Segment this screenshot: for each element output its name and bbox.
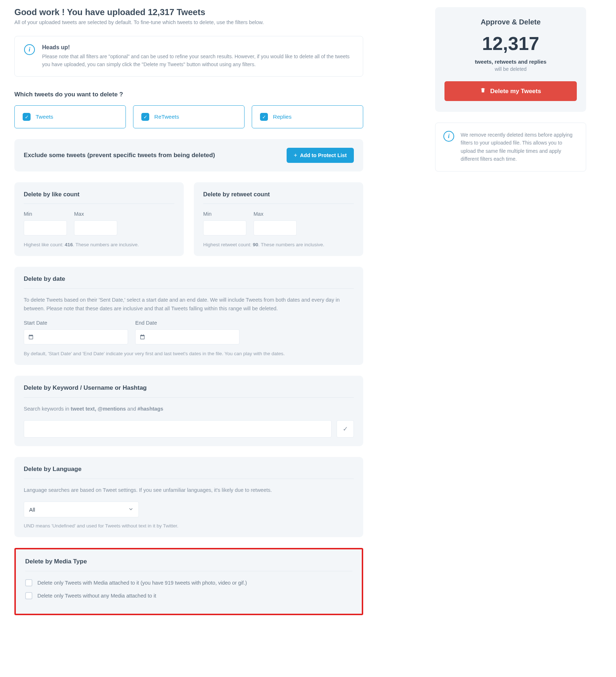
language-desc: Language searches are based on Tweet set… <box>24 486 354 494</box>
exclude-title: Exclude some tweets (prevent specific tw… <box>24 152 215 159</box>
checkbox-label: ReTweets <box>154 114 179 120</box>
language-select[interactable]: All <box>24 502 139 517</box>
like-min-input[interactable] <box>24 220 67 235</box>
trash-icon <box>480 87 486 95</box>
exclude-panel: Exclude some tweets (prevent specific tw… <box>14 139 363 171</box>
heads-up-text: Please note that all filters are "option… <box>42 53 353 68</box>
like-count-panel: Delete by like count Min Max Highest lik… <box>14 182 184 256</box>
date-hint: By default, 'Start Date' and 'End Date' … <box>24 351 354 356</box>
button-label: Delete my Tweets <box>490 88 541 95</box>
heads-up-card: i Heads up! Please note that all filters… <box>14 36 363 77</box>
media-without-checkbox[interactable]: Delete only Tweets without any Media att… <box>25 592 352 599</box>
like-max-input[interactable] <box>74 220 117 235</box>
approve-sub1: tweets, retweets and replies <box>444 59 577 65</box>
check-icon: ✓ <box>23 113 31 121</box>
keyword-desc: Search keywords in tweet text, @mentions… <box>24 405 354 413</box>
plus-icon: + <box>294 152 297 159</box>
approve-count: 12,317 <box>444 34 577 53</box>
info-icon: i <box>443 131 454 142</box>
retweet-min-input[interactable] <box>203 220 246 235</box>
date-panel: Delete by date To delete Tweets based on… <box>14 267 363 365</box>
info-icon: i <box>24 44 35 55</box>
start-date-input[interactable] <box>24 329 128 344</box>
check-icon: ✓ <box>260 113 268 121</box>
calendar-icon <box>28 334 34 340</box>
approve-heading: Approve & Delete <box>444 18 577 26</box>
panel-title: Delete by retweet count <box>203 191 354 204</box>
button-label: Add to Protect List <box>300 152 347 158</box>
option-label: Delete only Tweets without any Media att… <box>37 593 156 599</box>
side-note-card: i We remove recently deleted items befor… <box>435 123 586 171</box>
retweet-hint: Highest retweet count: 90. These numbers… <box>203 242 354 247</box>
side-note-text: We remove recently deleted items before … <box>461 131 578 163</box>
min-label: Min <box>24 211 67 217</box>
min-label: Min <box>203 211 246 217</box>
heads-up-title: Heads up! <box>42 44 353 51</box>
delete-my-tweets-button[interactable]: Delete my Tweets <box>444 81 577 101</box>
keyword-confirm-button[interactable]: ✓ <box>337 420 354 438</box>
approve-sub2: will be deleted <box>444 66 577 72</box>
page-subtitle: All of your uploaded tweets are selected… <box>14 19 363 25</box>
checkbox-icon <box>25 579 32 586</box>
checkbox-label: Tweets <box>36 114 53 120</box>
approve-card: Approve & Delete 12,317 tweets, retweets… <box>435 7 586 112</box>
max-label: Max <box>74 211 117 217</box>
checkbox-label: Replies <box>273 114 292 120</box>
checkbox-tweets[interactable]: ✓ Tweets <box>14 105 126 128</box>
max-label: Max <box>254 211 297 217</box>
retweet-max-input[interactable] <box>254 220 297 235</box>
page-title: Good work ! You have uploaded 12,317 Twe… <box>14 7 363 17</box>
language-hint: UND means 'Undefined' and used for Tweet… <box>24 523 354 529</box>
like-hint: Highest like count: 416. These numbers a… <box>24 242 174 247</box>
checkbox-replies[interactable]: ✓ Replies <box>252 105 363 128</box>
check-icon: ✓ <box>343 425 348 433</box>
retweet-count-panel: Delete by retweet count Min Max Highest … <box>194 182 363 256</box>
media-panel: Delete by Media Type Delete only Tweets … <box>14 548 363 615</box>
end-date-input[interactable] <box>135 329 239 344</box>
start-date-label: Start Date <box>24 320 128 326</box>
check-icon: ✓ <box>141 113 149 121</box>
panel-title: Delete by date <box>24 275 354 289</box>
end-date-label: End Date <box>135 320 239 326</box>
which-tweets-title: Which tweets do you want to delete ? <box>14 91 363 98</box>
checkbox-icon <box>25 592 32 599</box>
add-protect-list-button[interactable]: + Add to Protect List <box>287 148 354 163</box>
language-panel: Delete by Language Language searches are… <box>14 457 363 537</box>
date-desc: To delete Tweets based on their 'Sent Da… <box>24 296 354 312</box>
panel-title: Delete by Language <box>24 466 354 479</box>
panel-title: Delete by like count <box>24 191 174 204</box>
panel-title: Delete by Keyword / Username or Hashtag <box>24 384 354 398</box>
media-with-checkbox[interactable]: Delete only Tweets with Media attached t… <box>25 579 352 586</box>
checkbox-retweets[interactable]: ✓ ReTweets <box>133 105 245 128</box>
keyword-panel: Delete by Keyword / Username or Hashtag … <box>14 376 363 446</box>
keyword-input[interactable] <box>24 420 332 438</box>
calendar-icon <box>140 334 145 340</box>
option-label: Delete only Tweets with Media attached t… <box>37 580 247 586</box>
panel-title: Delete by Media Type <box>25 558 352 571</box>
